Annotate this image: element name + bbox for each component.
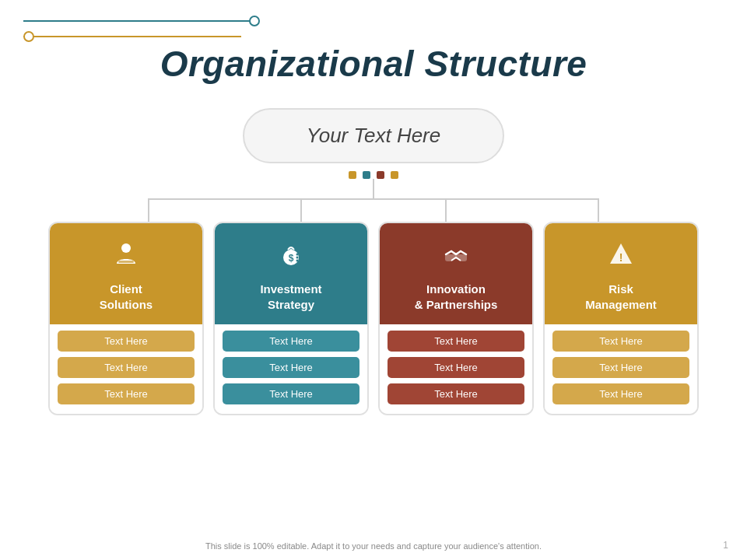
dot-3 xyxy=(377,171,384,179)
card-header-4: ! RiskManagement xyxy=(545,223,697,324)
deco-circle-bottom xyxy=(23,31,34,42)
card-risk-management: ! RiskManagement Text Here Text Here Tex… xyxy=(543,222,699,415)
person-icon xyxy=(112,240,140,275)
svg-text:!: ! xyxy=(619,251,623,264)
card-header-2: $ InvestmentStrategy xyxy=(215,223,367,324)
deco-line-bottom xyxy=(23,36,241,37)
card-top-indicator-1 xyxy=(121,222,132,228)
tree-connector-lines xyxy=(78,179,669,222)
card-item-1-3: Text Here xyxy=(58,383,195,404)
card-header-1: ClientSolutions xyxy=(50,223,202,324)
deco-line-top xyxy=(23,20,257,22)
card-label-4: RiskManagement xyxy=(585,282,657,312)
svg-point-4 xyxy=(289,249,293,252)
cards-row: ClientSolutions Text Here Text Here Text… xyxy=(0,222,747,415)
dot-1 xyxy=(349,171,356,179)
decorative-lines xyxy=(0,14,272,53)
card-top-indicator-3 xyxy=(451,222,461,228)
warning-icon: ! xyxy=(607,240,635,275)
page-number: 1 xyxy=(723,540,728,551)
card-item-2-1: Text Here xyxy=(223,331,359,352)
card-item-2-3: Text Here xyxy=(223,383,359,404)
v-drop-4 xyxy=(598,198,599,222)
card-item-3-3: Text Here xyxy=(388,383,524,404)
card-item-1-2: Text Here xyxy=(58,357,195,378)
card-header-3: Innovation& Partnerships xyxy=(380,223,532,324)
card-body-1: Text Here Text Here Text Here xyxy=(50,324,202,414)
card-item-3-1: Text Here xyxy=(388,331,524,352)
v-drop-1 xyxy=(148,198,149,222)
card-innovation-partnerships: Innovation& Partnerships Text Here Text … xyxy=(378,222,534,415)
connector-dots xyxy=(0,171,747,179)
card-item-2-2: Text Here xyxy=(223,357,359,378)
h-line xyxy=(148,198,599,200)
card-item-4-3: Text Here xyxy=(552,383,689,404)
dot-2 xyxy=(363,171,370,179)
v-drop-2 xyxy=(300,198,302,222)
svg-point-0 xyxy=(121,243,131,253)
svg-text:$: $ xyxy=(289,253,294,264)
svg-rect-1 xyxy=(118,261,134,263)
card-label-3: Innovation& Partnerships xyxy=(415,282,498,312)
card-label-2: InvestmentStrategy xyxy=(260,282,321,312)
footer-text: This slide is 100% editable. Adapt it to… xyxy=(0,541,747,551)
card-item-1-1: Text Here xyxy=(58,331,195,352)
svg-point-5 xyxy=(296,254,299,256)
card-top-indicator-2 xyxy=(286,222,296,228)
card-body-3: Text Here Text Here Text Here xyxy=(380,324,532,414)
card-item-4-2: Text Here xyxy=(552,357,689,378)
v-drop-3 xyxy=(445,198,447,222)
card-investment-strategy: $ InvestmentStrategy Text Here Text Here… xyxy=(213,222,369,415)
card-body-4: Text Here Text Here Text Here xyxy=(545,324,697,414)
root-container: Your Text Here xyxy=(0,108,747,163)
root-node: Your Text Here xyxy=(243,108,504,163)
card-label-1: ClientSolutions xyxy=(100,282,153,312)
card-body-2: Text Here Text Here Text Here xyxy=(215,324,367,414)
handshake-icon xyxy=(442,240,470,275)
card-top-indicator-4 xyxy=(615,222,626,228)
card-item-3-2: Text Here xyxy=(388,357,524,378)
deco-circle-top xyxy=(249,16,260,26)
svg-point-7 xyxy=(296,260,299,262)
card-client-solutions: ClientSolutions Text Here Text Here Text… xyxy=(48,222,204,415)
money-bag-icon: $ xyxy=(277,240,305,275)
v-line-center xyxy=(373,179,374,198)
svg-point-6 xyxy=(296,257,299,259)
dot-4 xyxy=(391,171,398,179)
card-item-4-1: Text Here xyxy=(552,331,689,352)
